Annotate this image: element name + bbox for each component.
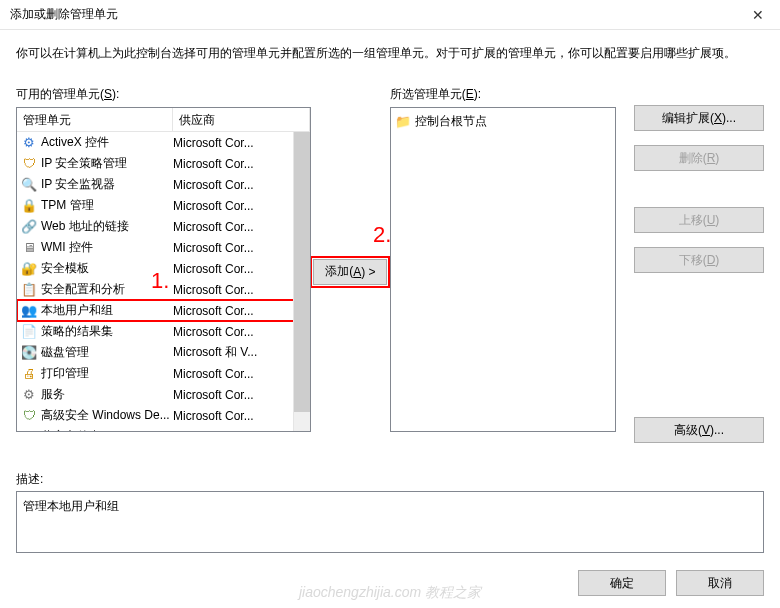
list-item[interactable]: 🛡IP 安全策略管理Microsoft Cor... xyxy=(17,153,310,174)
snapin-vendor: Microsoft Cor... xyxy=(173,304,310,318)
list-item[interactable]: 📋安全配置和分析Microsoft Cor... xyxy=(17,279,310,300)
snapin-name: WMI 控件 xyxy=(41,239,93,256)
listview-header: 管理单元 供应商 xyxy=(17,108,310,132)
snapin-icon: 👥 xyxy=(21,303,37,319)
snapin-vendor: Microsoft 和 V... xyxy=(173,344,310,361)
header-vendor[interactable]: 供应商 xyxy=(173,108,310,131)
snapin-vendor: Microsoft Cor... xyxy=(173,409,310,423)
snapin-name: 服务 xyxy=(41,386,65,403)
snapin-name: IP 安全策略管理 xyxy=(41,155,127,172)
tree-root-label: 控制台根节点 xyxy=(415,113,487,130)
snapin-vendor: Microsoft Cor... xyxy=(173,178,310,192)
snapin-vendor: Microsoft Cor... xyxy=(173,367,310,381)
list-item[interactable]: 🖥WMI 控件Microsoft Cor... xyxy=(17,237,310,258)
intro-text: 你可以在计算机上为此控制台选择可用的管理单元并配置所选的一组管理单元。对于可扩展… xyxy=(16,44,764,62)
snapin-icon: 🔗 xyxy=(21,219,37,235)
list-item[interactable]: 🔗Web 地址的链接Microsoft Cor... xyxy=(17,216,310,237)
header-snapin[interactable]: 管理单元 xyxy=(17,108,173,131)
move-up-button[interactable]: 上移(U) xyxy=(634,207,764,233)
snapin-icon: 🛡 xyxy=(21,408,37,424)
selected-label: 所选管理单元(E): xyxy=(390,86,616,103)
snapin-icon: 📁 xyxy=(21,429,37,433)
snapin-vendor: Microsoft Cor... xyxy=(173,283,310,297)
cancel-button[interactable]: 取消 xyxy=(676,570,764,596)
available-label: 可用的管理单元(S): xyxy=(16,86,311,103)
snapin-icon: 💽 xyxy=(21,345,37,361)
snapin-icon: 🔐 xyxy=(21,261,37,277)
list-item[interactable]: 🔐安全模板Microsoft Cor... xyxy=(17,258,310,279)
snapin-vendor: Microsoft Cor... xyxy=(173,136,310,150)
snapin-icon: 🔒 xyxy=(21,198,37,214)
snapin-icon: 🖨 xyxy=(21,366,37,382)
snapin-vendor: Microsoft Cor... xyxy=(173,220,310,234)
snapin-vendor: Microsoft Cor... xyxy=(173,241,310,255)
snapin-vendor: Microsoft Cor... xyxy=(173,262,310,276)
side-buttons-column: 编辑扩展(X)... 删除(R) 上移(U) 下移(D) 高级(V)... xyxy=(616,86,764,457)
listview-body: ⚙ActiveX 控件Microsoft Cor...🛡IP 安全策略管理Mic… xyxy=(17,132,310,432)
snapin-vendor: Microsoft Cor... xyxy=(173,157,310,171)
dialog-content: 你可以在计算机上为此控制台选择可用的管理单元并配置所选的一组管理单元。对于可扩展… xyxy=(0,30,780,553)
snapin-name: 共享文件夹 xyxy=(41,428,101,432)
scrollbar-thumb[interactable] xyxy=(294,132,310,412)
snapin-icon: ⚙ xyxy=(21,387,37,403)
list-item[interactable]: 📁共享文件夹Microsoft Cor... xyxy=(17,426,310,432)
description-section: 描述: 管理本地用户和组 xyxy=(16,471,764,553)
ok-button[interactable]: 确定 xyxy=(578,570,666,596)
description-text: 管理本地用户和组 xyxy=(23,499,119,513)
snapin-name: 策略的结果集 xyxy=(41,323,113,340)
snapin-name: 打印管理 xyxy=(41,365,89,382)
add-button[interactable]: 添加(A) > xyxy=(313,259,387,285)
close-button[interactable]: ✕ xyxy=(735,0,780,30)
snapin-icon: ⚙ xyxy=(21,135,37,151)
snapin-vendor: Microsoft Cor... xyxy=(173,325,310,339)
window-title: 添加或删除管理单元 xyxy=(10,6,118,23)
snapin-name: 本地用户和组 xyxy=(41,302,113,319)
snapin-name: 安全配置和分析 xyxy=(41,281,125,298)
snapin-name: 安全模板 xyxy=(41,260,89,277)
available-column: 可用的管理单元(S): 管理单元 供应商 ⚙ActiveX 控件Microsof… xyxy=(16,86,311,457)
snapin-name: 磁盘管理 xyxy=(41,344,89,361)
description-label: 描述: xyxy=(16,471,764,488)
snapin-name: TPM 管理 xyxy=(41,197,94,214)
titlebar: 添加或删除管理单元 ✕ xyxy=(0,0,780,30)
snapin-vendor: Microsoft Cor... xyxy=(173,388,310,402)
dialog-footer: 确定 取消 xyxy=(578,570,764,596)
close-icon: ✕ xyxy=(752,7,764,23)
snapin-name: IP 安全监视器 xyxy=(41,176,115,193)
list-item[interactable]: 🖨打印管理Microsoft Cor... xyxy=(17,363,310,384)
list-item[interactable]: ⚙服务Microsoft Cor... xyxy=(17,384,310,405)
available-listview[interactable]: 管理单元 供应商 ⚙ActiveX 控件Microsoft Cor...🛡IP … xyxy=(16,107,311,432)
list-item[interactable]: 🛡高级安全 Windows De...Microsoft Cor... xyxy=(17,405,310,426)
selected-treeview[interactable]: 📁 控制台根节点 xyxy=(390,107,616,432)
selected-column: 所选管理单元(E): 📁 控制台根节点 xyxy=(390,86,616,457)
list-item[interactable]: 🔍IP 安全监视器Microsoft Cor... xyxy=(17,174,310,195)
list-item[interactable]: ⚙ActiveX 控件Microsoft Cor... xyxy=(17,132,310,153)
move-down-button[interactable]: 下移(D) xyxy=(634,247,764,273)
list-item[interactable]: 👥本地用户和组Microsoft Cor... xyxy=(17,300,310,321)
advanced-button[interactable]: 高级(V)... xyxy=(634,417,764,443)
folder-icon: 📁 xyxy=(395,113,411,129)
snapin-name: ActiveX 控件 xyxy=(41,134,109,151)
scrollbar[interactable] xyxy=(293,132,310,431)
snapin-icon: 🛡 xyxy=(21,156,37,172)
snapin-name: 高级安全 Windows De... xyxy=(41,407,170,424)
snapin-name: Web 地址的链接 xyxy=(41,218,129,235)
remove-button[interactable]: 删除(R) xyxy=(634,145,764,171)
snapin-icon: 🖥 xyxy=(21,240,37,256)
list-item[interactable]: 💽磁盘管理Microsoft 和 V... xyxy=(17,342,310,363)
watermark: jiaochengzhijia.com 教程之家 xyxy=(299,584,481,602)
description-box: 管理本地用户和组 xyxy=(16,491,764,553)
list-item[interactable]: 🔒TPM 管理Microsoft Cor... xyxy=(17,195,310,216)
tree-root-item[interactable]: 📁 控制台根节点 xyxy=(395,112,611,130)
snapin-icon: 🔍 xyxy=(21,177,37,193)
edit-extensions-button[interactable]: 编辑扩展(X)... xyxy=(634,105,764,131)
snapin-vendor: Microsoft Cor... xyxy=(173,199,310,213)
middle-column: 添加(A) > xyxy=(311,86,390,457)
snapin-icon: 📄 xyxy=(21,324,37,340)
list-item[interactable]: 📄策略的结果集Microsoft Cor... xyxy=(17,321,310,342)
snapin-vendor: Microsoft Cor... xyxy=(173,430,310,433)
snapin-icon: 📋 xyxy=(21,282,37,298)
